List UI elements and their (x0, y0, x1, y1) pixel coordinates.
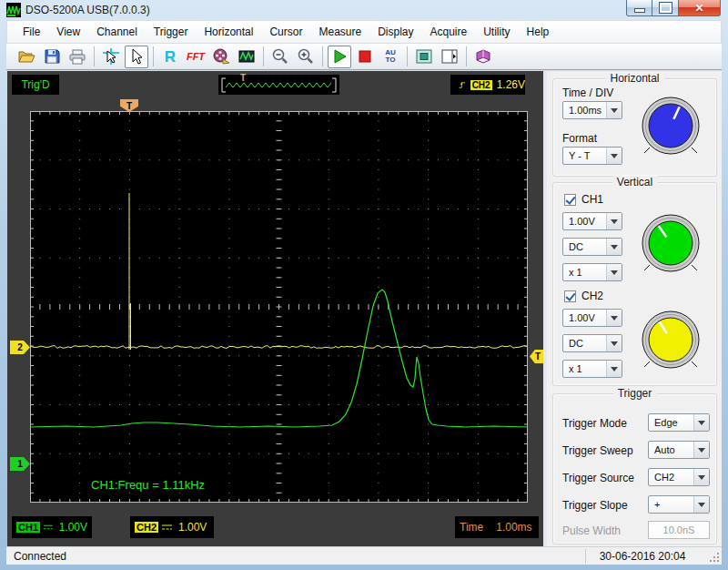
scope-display-area[interactable]: CH1:Frequ = 1.11kHz (30, 111, 528, 503)
ch1-ground-marker[interactable]: 1 (10, 457, 30, 471)
resize-grip[interactable] (710, 553, 719, 562)
menu-view[interactable]: View (48, 23, 88, 41)
save-button[interactable] (40, 46, 64, 68)
chevron-down-icon[interactable] (606, 310, 622, 326)
menu-file[interactable]: File (15, 23, 48, 41)
trigger-slope-label: Trigger Slope (562, 499, 628, 512)
ch1-probe-combo[interactable]: x 1 (562, 263, 622, 281)
pulse-width-value: 10.0nS (663, 524, 695, 535)
fft-button[interactable]: FFT (184, 46, 207, 68)
menu-measure[interactable]: Measure (310, 23, 369, 41)
chevron-down-icon[interactable] (606, 239, 622, 255)
toolbar-separator (322, 46, 323, 66)
chevron-down-icon[interactable] (606, 213, 622, 229)
chevron-down-icon[interactable] (693, 442, 709, 458)
chevron-down-icon[interactable] (693, 496, 709, 513)
time-div-combo[interactable]: 1.00ms (562, 101, 622, 119)
open-button[interactable] (15, 46, 38, 68)
record-preview[interactable]: T (218, 75, 339, 95)
zoom-in-icon (297, 47, 315, 66)
ch1-coupling-value: DC (563, 241, 606, 252)
menu-cursor[interactable]: Cursor (261, 23, 310, 41)
help-button[interactable] (471, 46, 495, 68)
menu-trigger[interactable]: Trigger (146, 23, 197, 41)
ch2-checkbox[interactable] (564, 290, 576, 302)
stop-button[interactable] (353, 46, 377, 68)
ch2-probe-combo[interactable]: x 1 (562, 360, 622, 378)
zoom-in-button[interactable] (294, 46, 318, 68)
panel-layout-button[interactable] (438, 46, 461, 68)
trigger-info-box: CH2 1.26V (450, 75, 525, 95)
minimize-button[interactable] (626, 0, 652, 16)
chevron-down-icon[interactable] (693, 414, 709, 431)
toolbar-separator (94, 46, 95, 66)
preview-wave (218, 75, 339, 95)
toolbar-separator (466, 46, 467, 66)
trigger-position-marker[interactable]: T (120, 99, 138, 112)
chevron-down-icon[interactable] (693, 469, 709, 485)
save-floppy-icon (43, 47, 61, 66)
full-screen-button[interactable] (412, 46, 436, 68)
ch1-scale-readout: CH1 1.00V (12, 516, 92, 538)
toolbar: R FFT AUTO (6, 44, 722, 70)
horizontal-knob[interactable] (639, 94, 703, 158)
zoom-out-button[interactable] (268, 46, 292, 68)
menu-acquire[interactable]: Acquire (422, 23, 476, 41)
format-combo-value: Y - T (563, 150, 606, 161)
menu-display[interactable]: Display (369, 23, 421, 41)
panel-layout-icon (440, 47, 459, 66)
trigger-slope-combo[interactable]: + (648, 495, 710, 514)
waveform-view-button[interactable] (235, 46, 258, 68)
ch2-ground-marker[interactable]: 2 (10, 341, 30, 354)
trigger-level-value: 1.26V (497, 78, 525, 91)
maximize-button[interactable] (652, 0, 678, 16)
chevron-down-icon[interactable] (606, 361, 622, 377)
format-label: Format (562, 132, 597, 145)
refresh-button[interactable]: R (158, 46, 182, 68)
menu-horizontal[interactable]: Horizontal (196, 23, 261, 41)
trigger-mode-combo[interactable]: Edge (648, 413, 710, 432)
menu-utility[interactable]: Utility (475, 23, 518, 41)
measure-cursor-icon (102, 47, 120, 66)
fft-icon: FFT (187, 52, 205, 62)
menu-help[interactable]: Help (519, 23, 558, 41)
ch2-checkbox-label: CH2 (581, 290, 603, 302)
trigger-sweep-combo[interactable]: Auto (648, 441, 710, 459)
ch1-coupling-combo[interactable]: DC (562, 238, 622, 256)
ch2-scale-readout: CH2 1.00V (130, 516, 214, 538)
trigger-mode-label: Trigger Mode (562, 417, 627, 430)
title-bar: DSO-5200A USB(7.0.0.3) ✕ (0, 0, 728, 20)
svg-text:CH1:Frequ = 1.11kHz: CH1:Frequ = 1.11kHz (91, 478, 205, 492)
app-window: DSO-5200A USB(7.0.0.3) ✕ File View Chann… (0, 0, 728, 570)
chevron-down-icon[interactable] (606, 148, 622, 164)
chevron-down-icon[interactable] (606, 264, 622, 280)
chevron-down-icon[interactable] (606, 102, 622, 118)
ch2-volts-div: 1.00V (178, 521, 207, 534)
print-button[interactable] (66, 46, 89, 68)
trigger-source-combo[interactable]: CH2 (648, 468, 710, 486)
ch1-knob[interactable] (639, 211, 703, 275)
vertical-group: Vertical CH1 1.00V DC x 1 CH2 1.00V DC x… (552, 182, 717, 386)
measure-cursor-button[interactable] (99, 46, 123, 68)
ch2-volts-combo[interactable]: 1.00V (562, 309, 622, 327)
time-label: Time (460, 521, 483, 534)
close-button[interactable]: ✕ (678, 0, 721, 16)
format-combo[interactable]: Y - T (562, 147, 622, 165)
horizontal-group-title: Horizontal (605, 72, 663, 85)
full-screen-icon (415, 47, 433, 66)
ch2-coupling-combo[interactable]: DC (562, 334, 622, 352)
ch1-volts-combo[interactable]: 1.00V (562, 212, 622, 230)
autoset-button[interactable]: AUTO (379, 46, 402, 68)
run-button[interactable] (328, 46, 351, 68)
ch2-knob[interactable] (639, 308, 703, 372)
scope-display: CH1:Frequ = 1.11kHz (30, 111, 528, 503)
chevron-down-icon[interactable] (606, 335, 622, 351)
ch2-volts-value: 1.00V (563, 312, 606, 323)
record-button[interactable] (209, 46, 233, 68)
dc-coupling-icon (43, 523, 54, 532)
menu-channel[interactable]: Channel (88, 23, 146, 41)
select-cursor-button[interactable] (125, 46, 148, 68)
ch1-volts-div: 1.00V (59, 521, 87, 534)
ch1-checkbox[interactable] (564, 194, 576, 206)
trigger-group: Trigger Trigger Mode Edge Trigger Sweep … (552, 393, 717, 545)
